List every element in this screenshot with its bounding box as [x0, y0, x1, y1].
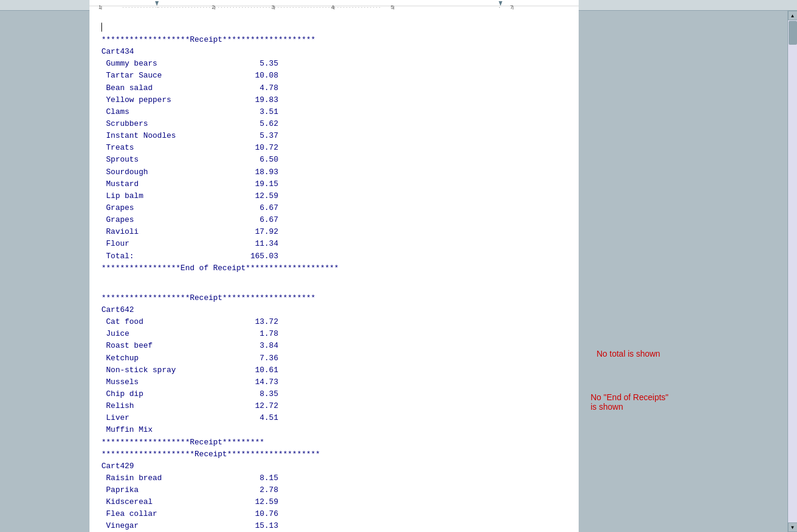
receipt2-cart: Cart642: [101, 304, 555, 316]
vertical-scrollbar[interactable]: ▲ ▼: [787, 11, 797, 532]
item-line: Treats 10.72: [101, 142, 555, 154]
item-line: Grapes 6.67: [101, 214, 555, 226]
receipt1-header: *******************Receipt**************…: [101, 34, 555, 46]
item-line: Gummy bears 5.35: [101, 58, 555, 70]
spacer: [101, 274, 555, 292]
item-line: Yellow peppers 19.83: [101, 94, 555, 106]
item-line: Sprouts 6.50: [101, 154, 555, 166]
item-line: Flea collar 10.76: [101, 508, 555, 520]
item-line: Muffin Mix: [101, 424, 555, 436]
item-line: Grapes 6.67: [101, 202, 555, 214]
annotation-area: No total is shown No "End of Receipts"is…: [579, 11, 787, 532]
ruler: 1 · 2 3 4 5 · 7 · · · · · · · · · · · · …: [0, 0, 797, 11]
item-line: Sourdough 18.93: [101, 166, 555, 178]
item-line: Scrubbers 5.62: [101, 118, 555, 130]
annotation-no-end: No "End of Receipts"is shown: [591, 392, 669, 412]
annotation-no-total: No total is shown: [597, 349, 660, 358]
scroll-thumb[interactable]: [789, 21, 797, 45]
item-line: Mussels 14.73: [101, 376, 555, 388]
item-line: Cat food 13.72: [101, 316, 555, 328]
svg-text:· · · · · · · · · · · · · · · : · · · · · · · · · · · · · · · · · · · · …: [122, 4, 381, 10]
item-line: Liver 4.51: [101, 412, 555, 424]
item-line: Ketchup 7.36: [101, 352, 555, 364]
receipt2-broken1: *******************Receipt*********: [101, 437, 555, 449]
receipt1-cart: Cart434: [101, 46, 555, 58]
document-area[interactable]: *******************Receipt**************…: [89, 11, 579, 532]
scroll-track[interactable]: [788, 20, 797, 522]
item-line: Tartar Sauce 10.08: [101, 70, 555, 82]
item-line: Vinegar 15.13: [101, 520, 555, 532]
item-line: Clams 3.51: [101, 106, 555, 118]
item-line: Instant Noodles 5.37: [101, 130, 555, 142]
item-line: Chip dip 8.35: [101, 388, 555, 400]
item-line: Raisin bread 8.15: [101, 472, 555, 484]
svg-text:5: 5: [391, 4, 394, 10]
item-line: Flour 11.34: [101, 238, 555, 250]
svg-text:1: 1: [98, 4, 101, 10]
item-line: Non-stick spray 10.61: [101, 364, 555, 376]
item-line: Mustard 19.15: [101, 178, 555, 190]
svg-text:·: ·: [499, 4, 501, 10]
left-margin: [0, 11, 89, 532]
item-line: Paprika 2.78: [101, 484, 555, 496]
receipt3-cart: Cart429: [101, 460, 555, 472]
svg-text:7: 7: [510, 4, 513, 10]
receipt2-header: *******************Receipt**************…: [101, 292, 555, 304]
receipt1-footer: *****************End of Receipt*********…: [101, 262, 555, 274]
scroll-up-button[interactable]: ▲: [788, 11, 798, 20]
item-line: Roast beef 3.84: [101, 340, 555, 352]
item-line: Bean salad 4.78: [101, 82, 555, 94]
item-line: Lip balm 12.59: [101, 190, 555, 202]
receipt2-broken2: ********************Receipt*************…: [101, 449, 555, 460]
scroll-down-button[interactable]: ▼: [788, 522, 798, 532]
receipt1-total: Total: 165.03: [101, 250, 555, 262]
item-line: Ravioli 17.92: [101, 226, 555, 238]
item-line: Kidscereal 12.59: [101, 496, 555, 508]
item-line: Relish 12.72: [101, 400, 555, 412]
item-line: Juice 1.78: [101, 328, 555, 340]
text-cursor: [101, 23, 102, 32]
